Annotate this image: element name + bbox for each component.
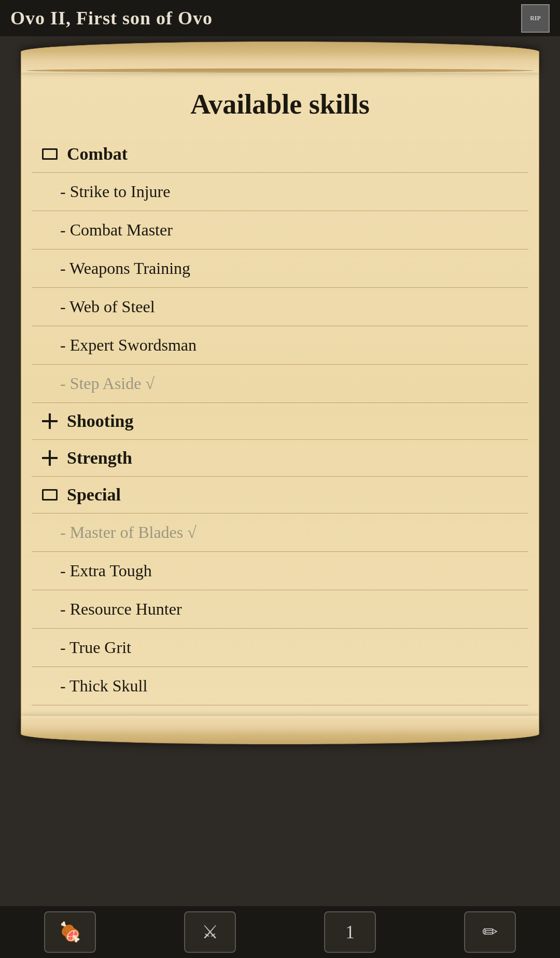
- bottom-btn-edit[interactable]: ✏: [464, 911, 516, 953]
- category-strength-label: Strength: [67, 448, 132, 468]
- category-strength[interactable]: Strength: [32, 440, 528, 477]
- skill-strike-to-injure[interactable]: - Strike to Injure: [32, 173, 528, 211]
- skill-combat-master[interactable]: - Combat Master: [32, 211, 528, 249]
- character-icon: 🍖: [59, 921, 82, 943]
- category-shooting[interactable]: Shooting: [32, 403, 528, 440]
- skills-scroll: Available skills Combat - Strike to Inju…: [21, 41, 539, 906]
- skill-resource-hunter[interactable]: - Resource Hunter: [32, 590, 528, 629]
- scroll-top-curl: [21, 41, 539, 73]
- expand-icon-shooting: [42, 413, 58, 429]
- skill-extra-tough[interactable]: - Extra Tough: [32, 552, 528, 590]
- skill-thick-skull[interactable]: - Thick Skull: [32, 667, 528, 705]
- category-special-label: Special: [67, 485, 121, 505]
- skill-web-of-steel[interactable]: - Web of Steel: [32, 288, 528, 326]
- collapse-icon-special: [42, 489, 58, 501]
- bottom-btn-skills[interactable]: 1: [324, 911, 376, 953]
- character-title: Ovo II, First son of Ovo: [10, 7, 213, 29]
- top-bar: Ovo II, First son of Ovo RIP: [0, 0, 560, 36]
- category-special[interactable]: Special: [32, 477, 528, 513]
- collapse-icon-combat: [42, 148, 58, 160]
- skill-master-of-blades[interactable]: - Master of Blades √: [32, 513, 528, 552]
- skills-list: Combat - Strike to Injure - Combat Maste…: [21, 136, 539, 705]
- category-combat[interactable]: Combat: [32, 136, 528, 173]
- scroll-title: Available skills: [21, 78, 539, 136]
- category-shooting-label: Shooting: [67, 411, 134, 431]
- edit-icon: ✏: [482, 921, 498, 943]
- bottom-btn-combat[interactable]: ⚔: [184, 911, 236, 953]
- skill-expert-swordsman[interactable]: - Expert Swordsman: [32, 326, 528, 365]
- bottom-btn-character[interactable]: 🍖: [44, 911, 96, 953]
- combat-icon: ⚔: [202, 921, 218, 943]
- scroll-bottom-curl: [21, 716, 539, 744]
- skill-step-aside[interactable]: - Step Aside √: [32, 365, 528, 403]
- category-combat-label: Combat: [67, 144, 128, 164]
- expand-icon-strength: [42, 450, 58, 466]
- skills-icon: 1: [345, 921, 355, 943]
- skill-true-grit[interactable]: - True Grit: [32, 629, 528, 667]
- rip-icon[interactable]: RIP: [521, 4, 550, 33]
- scroll-body: Available skills Combat - Strike to Inju…: [21, 73, 539, 716]
- bottom-toolbar: 🍖 ⚔ 1 ✏: [0, 906, 560, 958]
- skill-weapons-training[interactable]: - Weapons Training: [32, 249, 528, 288]
